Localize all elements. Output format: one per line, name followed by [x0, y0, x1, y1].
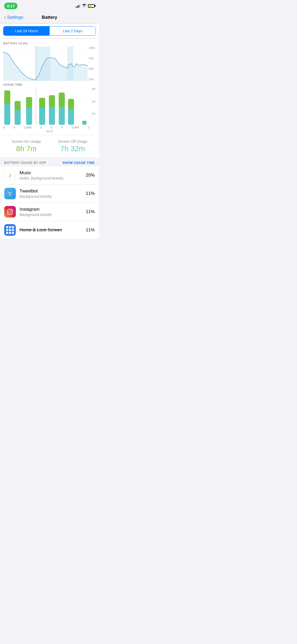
- segment-2days[interactable]: Last 2 Days: [50, 26, 96, 35]
- time-label-12am: 12AM: [24, 126, 31, 129]
- time-label-9pre: 9: [13, 126, 15, 129]
- y-label-100: 100%: [88, 47, 95, 49]
- battery-y-labels: 100% 75% 50% 25%: [88, 47, 96, 81]
- time-axis: 6 9 12AM 3 6 9 12PM 3: [3, 125, 96, 130]
- page-title: Battery: [42, 15, 57, 20]
- time-range-segment: Last 24 Hours Last 2 Days: [3, 26, 96, 36]
- time-label-3post: 3: [40, 126, 42, 129]
- instagram-app-info: Instagram Background Activity: [20, 207, 82, 217]
- y-label-25: 25%: [88, 78, 95, 81]
- y-label-50: 50%: [88, 67, 95, 70]
- y-label-3h: 3H: [92, 88, 95, 91]
- music-app-icon: ♪: [4, 169, 16, 181]
- app-item-music[interactable]: ♪ Music Audio, Background Activity 20%: [0, 166, 99, 185]
- svg-rect-27: [68, 99, 74, 109]
- status-icons: [76, 4, 95, 8]
- battery-fill: [89, 5, 92, 7]
- svg-point-32: [9, 193, 10, 194]
- svg-rect-29: [82, 121, 87, 122]
- tweetbot-app-pct: 11%: [86, 191, 95, 196]
- svg-rect-23: [49, 95, 55, 107]
- screen-on-stat: Screen On Usage 8h 7m: [3, 139, 50, 153]
- svg-point-39: [11, 210, 12, 210]
- screen-off-label: Screen Off Usage: [50, 139, 96, 144]
- back-label: Settings: [7, 15, 23, 20]
- instagram-app-name: Instagram: [20, 207, 82, 212]
- usage-time-label: USAGE TIME: [3, 83, 96, 86]
- app-item-tweetbot[interactable]: Tweetbot Background Activity 11%: [0, 185, 99, 203]
- back-button[interactable]: ‹ Settings: [4, 15, 23, 20]
- status-time: 3:17: [4, 3, 17, 9]
- svg-rect-36: [9, 196, 11, 196]
- tweetbot-app-info: Tweetbot Background Activity: [20, 188, 82, 199]
- y-label-75: 75%: [88, 57, 95, 60]
- music-app-info: Music Audio, Background Activity: [20, 170, 82, 180]
- nav-bar: ‹ Settings Battery: [0, 12, 99, 23]
- app-list: ♪ Music Audio, Background Activity 20% T…: [0, 166, 99, 239]
- screen-on-value: 8h 7m: [3, 145, 50, 153]
- music-app-name: Music: [20, 170, 82, 176]
- instagram-app-icon: [4, 206, 16, 218]
- segment-24h[interactable]: Last 24 Hours: [3, 26, 50, 35]
- music-app-detail: Audio, Background Activity: [20, 176, 82, 180]
- instagram-app-detail: Background Activity: [20, 213, 82, 217]
- svg-point-33: [11, 193, 12, 194]
- back-chevron-icon: ‹: [4, 14, 6, 20]
- time-label-12pm: 12PM: [71, 126, 79, 129]
- app-item-instagram[interactable]: Instagram Background Activity 11%: [0, 203, 99, 221]
- show-usage-time-button[interactable]: SHOW USAGE TIME: [62, 161, 95, 165]
- homescreen-app-info: Home & Lock Screen: [20, 227, 82, 233]
- tweetbot-app-icon: [4, 188, 16, 199]
- charts-section: BATTERY LEVEL 100% 75% 50% 25%: [0, 39, 99, 157]
- chart-date-label: Jun 5: [3, 130, 96, 135]
- time-label-6post: 6: [51, 126, 52, 129]
- usage-time-chart: 3H 2H 1H: [3, 88, 96, 125]
- battery-level-label: BATTERY LEVEL: [3, 42, 96, 45]
- svg-rect-15: [4, 90, 10, 104]
- svg-point-38: [9, 210, 11, 213]
- signal-bars-icon: [76, 4, 81, 8]
- svg-rect-19: [26, 97, 32, 108]
- homescreen-app-name: Home & Lock Screen: [20, 227, 82, 233]
- screen-off-stat: Screen Off Usage 7h 32m: [50, 139, 96, 153]
- y-label-1h: 1H: [92, 112, 95, 115]
- status-bar: 3:17: [0, 0, 99, 12]
- battery-level-chart: 100% 75% 50% 25%: [3, 47, 96, 81]
- homescreen-app-pct: 11%: [86, 227, 95, 233]
- tweetbot-app-detail: Background Activity: [20, 194, 82, 199]
- svg-point-35: [10, 195, 11, 196]
- svg-rect-17: [15, 101, 21, 110]
- tweetbot-app-name: Tweetbot: [20, 188, 82, 194]
- music-app-pct: 20%: [86, 173, 95, 178]
- music-note-icon: ♪: [9, 172, 12, 179]
- battery-usage-header: BATTERY USAGE BY APP SHOW USAGE TIME: [0, 157, 99, 166]
- battery-icon: [88, 4, 95, 8]
- time-label-6pre: 6: [3, 126, 5, 129]
- screen-off-value: 7h 32m: [50, 145, 96, 153]
- homescreen-app-icon: [4, 224, 16, 236]
- svg-rect-25: [59, 93, 65, 107]
- usage-stats: Screen On Usage 8h 7m Screen Off Usage 7…: [3, 135, 96, 157]
- app-item-homescreen[interactable]: Home & Lock Screen 11%: [0, 221, 99, 239]
- usage-y-labels: 3H 2H 1H: [91, 88, 96, 125]
- battery-usage-label: BATTERY USAGE BY APP: [4, 161, 46, 165]
- instagram-app-pct: 11%: [86, 209, 95, 214]
- grid-icon: [6, 226, 14, 234]
- svg-rect-21: [39, 98, 45, 108]
- segment-wrapper: Last 24 Hours Last 2 Days: [0, 24, 99, 39]
- screen-on-label: Screen On Usage: [3, 139, 50, 144]
- wifi-icon: [82, 4, 86, 8]
- y-label-2h: 2H: [92, 100, 95, 103]
- time-label-9post: 9: [61, 126, 63, 129]
- time-label-3end: 3: [88, 126, 89, 129]
